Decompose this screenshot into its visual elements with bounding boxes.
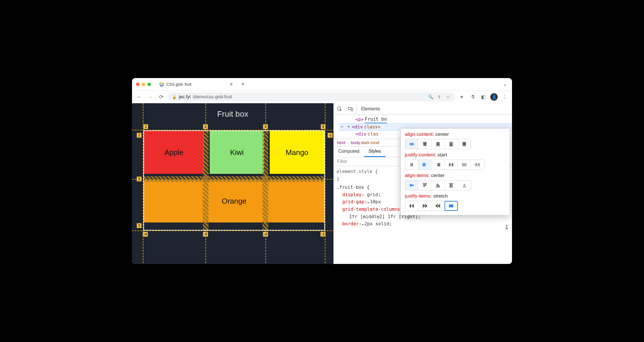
svg-rect-20 [423,163,423,167]
url-host: jec.fyi [179,94,191,100]
extensions-button[interactable]: ✦ [458,93,466,101]
justify-items-start-option[interactable] [418,201,431,211]
labs-button[interactable]: ⚗ [469,93,477,101]
svg-rect-39 [410,184,411,186]
justify-content-space-around-option[interactable] [458,160,471,170]
svg-rect-8 [436,142,439,144]
share-icon[interactable]: ⇪ [436,94,442,100]
lock-icon: 🔒 [172,95,177,99]
svg-rect-24 [438,163,439,166]
close-tab-icon[interactable]: ✕ [229,82,233,87]
align-content-start-option[interactable] [418,139,431,149]
justify-content-center-option[interactable] [405,160,418,170]
profile-avatar[interactable]: 👤 [490,93,498,101]
dom-text: Fruit bo [365,116,387,123]
align-items-start-option[interactable] [418,180,431,190]
align-items-stretch-option[interactable] [445,180,458,190]
close-window-button[interactable] [136,83,139,86]
bookmark-icon[interactable]: ☆ [445,94,451,100]
tab-styles[interactable]: Styles [364,146,386,157]
svg-rect-26 [449,163,449,167]
justify-items-end-option[interactable] [431,201,445,211]
svg-rect-54 [409,205,411,207]
sidepanel-button[interactable]: ◧ [479,93,487,101]
align-content-center-option[interactable] [405,139,418,149]
align-content-stretch-option[interactable] [458,139,471,149]
tab-computed[interactable]: Computed [334,146,364,157]
minimize-window-button[interactable] [142,83,145,86]
grid-line-badge: -4 [143,232,148,237]
svg-rect-6 [423,143,426,144]
justify-content-start-option[interactable] [418,160,431,170]
svg-rect-29 [453,163,453,167]
crumb[interactable]: body.dark-mod [351,140,379,145]
grid-line-badge: 2 [203,124,208,129]
tabs-menu-button[interactable]: ⌄ [501,81,509,87]
justify-items-stretch-option[interactable] [445,201,458,211]
new-tab-button[interactable]: + [239,80,247,88]
url-path: /demo/css-grid-fruit [193,94,232,100]
svg-rect-3 [409,143,414,144]
svg-rect-7 [423,144,426,146]
dom-ellipsis-icon[interactable]: ⋯ [341,124,344,130]
page-viewport: Fruit box Apple Kiwi Mango Orange [132,103,333,264]
source-link[interactable]: 1 [505,224,508,230]
browser-tab[interactable]: CSS grid- fruit ✕ [157,79,237,89]
grid-line-badge: -1 [320,232,326,237]
grid-line-badge: 3 [137,223,142,228]
svg-rect-34 [475,163,475,167]
fruit-grid: Apple Kiwi Mango Orange [143,130,325,230]
svg-rect-31 [463,163,464,166]
menu-button[interactable]: ⋮ [501,93,509,101]
zoom-icon[interactable]: 🔍 [427,94,434,100]
dom-tag: <div [355,131,367,138]
svg-rect-45 [438,185,439,186]
align-content-end-option[interactable] [431,139,445,149]
svg-rect-58 [423,205,425,207]
dom-attr: clas [367,131,379,138]
crumb[interactable]: html [337,140,345,145]
svg-rect-46 [436,187,440,188]
dom-node[interactable]: <p>Fruit bo [339,116,512,123]
omnibox[interactable]: 🔒 jec.fyi/demo/css-grid-fruit 🔍 ⇪ ☆ [168,92,455,102]
option-group [405,139,471,149]
grid-cell-orange: Orange [144,180,324,222]
forward-button[interactable]: → [146,93,154,101]
justify-items-center-option[interactable] [405,201,418,211]
popover-row-align-items: align-items: center A [405,173,505,190]
svg-rect-62 [436,205,437,207]
align-content-space-around-option[interactable] [445,139,458,149]
favicon-icon [159,82,164,87]
grid-editor-popover: align-content: center justify-content: s… [401,128,510,215]
browser-window: CSS grid- fruit ✕ + ⌄ ← → ⟳ 🔒 jec.fyi/de… [132,78,512,264]
css-property[interactable]: border:▶2px solid; [337,220,509,228]
svg-rect-23 [437,163,438,166]
back-button[interactable]: ← [135,93,143,101]
svg-rect-12 [449,143,453,144]
devtools-tab-elements[interactable]: Elements [357,103,385,115]
expand-caret-icon[interactable]: ▼ [347,125,351,130]
svg-rect-22 [425,163,425,166]
svg-rect-35 [476,163,477,166]
justify-content-space-evenly-option[interactable] [471,160,484,170]
align-items-center-option[interactable] [405,180,418,190]
svg-rect-13 [449,144,453,146]
inspect-element-button[interactable] [334,103,345,115]
grid-line-badge: -2 [263,232,268,237]
svg-rect-10 [436,146,440,146]
device-toolbar-button[interactable] [345,103,357,115]
svg-rect-49 [451,184,452,186]
maximize-window-button[interactable] [147,83,151,86]
svg-rect-61 [439,204,440,208]
align-items-baseline-option[interactable]: A [458,180,471,190]
reload-button[interactable]: ⟳ [157,93,165,101]
popover-row-justify-content: justify-content: start [405,152,505,170]
svg-rect-5 [423,142,427,143]
svg-rect-17 [462,146,467,146]
svg-rect-47 [449,183,453,184]
justify-content-space-between-option[interactable] [445,160,458,170]
svg-rect-37 [479,163,480,167]
justify-content-end-option[interactable] [431,160,445,170]
svg-rect-21 [423,163,424,166]
align-items-end-option[interactable] [431,180,445,190]
